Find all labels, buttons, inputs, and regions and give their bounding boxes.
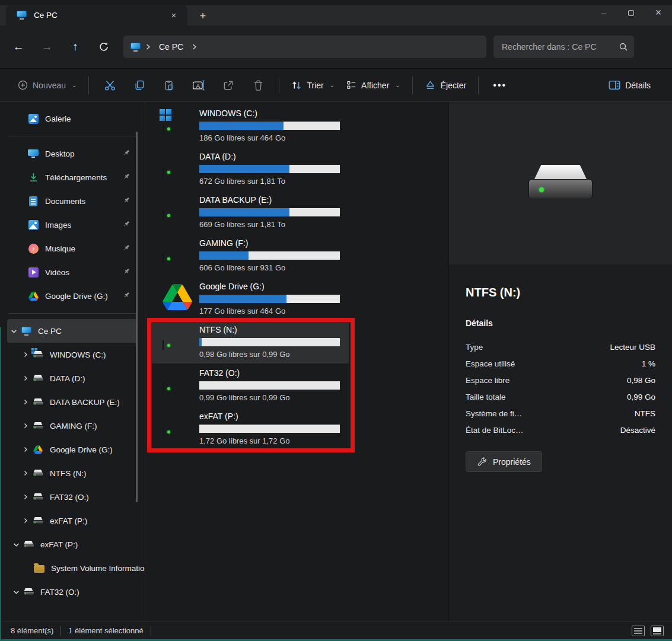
minimize-button[interactable]: – <box>590 1 617 25</box>
sidebar-item-google-drive[interactable]: Google Drive (G:) <box>0 284 145 308</box>
sidebar-item-data-backup-e[interactable]: DATA BACKUP (E:) <box>0 390 145 414</box>
music-icon: ♪ <box>28 244 39 254</box>
sort-button[interactable]: Trier ⌄ <box>285 75 340 95</box>
chevron-right-icon[interactable] <box>19 518 32 524</box>
new-tab-button[interactable]: + <box>195 8 211 24</box>
sidebar-item-images[interactable]: Images <box>0 213 145 237</box>
tab-ce-pc[interactable]: Ce PC × <box>6 5 187 25</box>
forward-button[interactable]: → <box>37 37 57 57</box>
downloads-icon <box>27 173 39 182</box>
drive-icon <box>33 422 44 430</box>
chevron-right-icon[interactable] <box>19 494 32 500</box>
details-row-used-space: Espace utilisé 1 % <box>466 355 655 372</box>
chevron-down-icon: ⌄ <box>330 82 335 88</box>
delete-button[interactable] <box>247 75 269 96</box>
share-button[interactable] <box>218 75 239 96</box>
eject-button[interactable]: Éjecter <box>419 75 473 95</box>
close-button[interactable]: × <box>645 1 672 25</box>
new-button[interactable]: Nouveau ⌄ <box>12 75 82 95</box>
sidebar-item-ntfs-n[interactable]: NTFS (N:) <box>0 461 145 485</box>
drive-row-gaming-f[interactable]: GAMING (F:) 606 Go libres sur 931 Go <box>146 238 448 282</box>
drive-caption: 186 Go libres sur 464 Go <box>199 133 285 142</box>
maximize-button[interactable] <box>617 1 645 25</box>
sidebar-item-gaming-f[interactable]: GAMING (F:) <box>0 414 145 438</box>
search-box[interactable]: Rechercher dans : Ce PC <box>493 36 634 58</box>
sidebar-item-label: System Volume Information <box>51 564 145 573</box>
content-area: Galerie Desktop Téléchargements Document… <box>0 102 672 621</box>
sidebar-item-label: Google Drive (G:) <box>50 445 113 454</box>
capacity-bar <box>199 208 340 216</box>
drive-row-data-d[interactable]: DATA (D:) 672 Go libres sur 1,81 To <box>146 152 448 195</box>
capacity-bar <box>199 295 340 303</box>
drive-icon <box>23 540 34 548</box>
desktop-icon <box>28 149 39 158</box>
drive-icon <box>23 588 34 596</box>
drive-name: DATA BACKUP (E:) <box>199 195 272 205</box>
sidebar-item-system-volume-information[interactable]: System Volume Information <box>0 556 145 580</box>
sidebar-item-documents[interactable]: Documents <box>0 189 145 213</box>
copy-button[interactable] <box>129 75 150 96</box>
sidebar-item-windows-c[interactable]: WINDOWS (C:) <box>0 343 145 366</box>
large-icons-view-button[interactable] <box>651 626 664 636</box>
sidebar-item-desktop[interactable]: Desktop <box>0 142 145 165</box>
drive-name: Google Drive (G:) <box>199 282 265 291</box>
sidebar-item-ce-pc[interactable]: Ce PC <box>7 319 138 343</box>
rename-button[interactable]: A <box>188 75 209 96</box>
chevron-right-icon[interactable] <box>19 447 32 452</box>
chevron-down-icon[interactable] <box>7 328 20 334</box>
selection-count: 1 élément sélectionné <box>68 626 143 635</box>
chevron-down-icon[interactable] <box>9 589 23 595</box>
chevron-right-icon[interactable] <box>19 352 32 358</box>
detail-value: 0,99 Go <box>627 393 655 401</box>
refresh-button[interactable] <box>94 37 114 57</box>
file-list: WINDOWS (C:) 186 Go libres sur 464 Go DA… <box>146 102 448 621</box>
sidebar-item-label: Téléchargements <box>45 173 107 182</box>
paste-button[interactable] <box>158 75 180 96</box>
chevron-right-icon[interactable] <box>19 470 32 476</box>
view-button[interactable]: Afficher ⌄ <box>340 75 406 95</box>
sidebar-item-galerie[interactable]: Galerie <box>0 107 145 130</box>
drive-row-windows-c[interactable]: WINDOWS (C:) 186 Go libres sur 464 Go <box>146 109 448 152</box>
sidebar-item-telechargements[interactable]: Téléchargements <box>0 165 145 189</box>
back-button[interactable]: ← <box>8 37 28 57</box>
chevron-down-icon[interactable] <box>9 541 23 548</box>
drive-row-data-backup-e[interactable]: DATA BACKUP (E:) 669 Go libres sur 1,81 … <box>146 195 448 238</box>
tab-close-icon[interactable]: × <box>166 8 181 23</box>
pin-icon <box>123 220 130 228</box>
this-pc-icon <box>21 327 31 336</box>
sidebar-item-fat32-o[interactable]: FAT32 (O:) <box>0 485 145 509</box>
sidebar-item-videos[interactable]: Vidéos <box>0 260 145 284</box>
properties-button[interactable]: Propriétés <box>466 451 542 472</box>
search-icon[interactable] <box>619 42 628 52</box>
drive-icon <box>33 469 44 477</box>
up-button[interactable]: ↑ <box>65 37 85 57</box>
detail-label: Système de fi… <box>466 409 522 418</box>
sidebar-scrollbar[interactable] <box>136 132 138 502</box>
chevron-right-icon[interactable] <box>19 399 32 405</box>
sidebar-item-exfat-p-expanded[interactable]: exFAT (P:) <box>0 532 145 556</box>
details-pane-button[interactable]: Détails <box>603 75 657 95</box>
sidebar-item-exfat-p[interactable]: exFAT (P:) <box>0 509 145 532</box>
videos-icon <box>28 267 39 278</box>
address-bar[interactable]: Ce PC <box>123 36 486 58</box>
chevron-right-icon[interactable] <box>19 423 32 429</box>
sidebar-item-fat32-o-expanded[interactable]: FAT32 (O:) <box>0 580 145 604</box>
sidebar-item-google-drive-g[interactable]: Google Drive (G:) <box>0 438 145 461</box>
breadcrumb-ce-pc[interactable]: Ce PC <box>155 41 187 53</box>
details-row-file-system: Système de fi… NTFS <box>466 405 655 422</box>
google-drive-icon <box>161 284 192 310</box>
detail-label: Espace utilisé <box>466 359 515 368</box>
drive-caption: 177 Go libres sur 464 Go <box>199 307 285 315</box>
sidebar-item-musique[interactable]: ♪ Musique <box>0 237 145 260</box>
details-pane: NTFS (N:) Détails Type Lecteur USB Espac… <box>448 102 672 621</box>
pin-icon <box>123 196 130 204</box>
more-options-button[interactable]: ••• <box>485 80 515 91</box>
sidebar-divider <box>8 136 136 136</box>
sidebar-item-data-d[interactable]: DATA (D:) <box>0 366 145 390</box>
cut-button[interactable] <box>99 75 120 96</box>
pin-icon <box>123 244 130 251</box>
details-view-button[interactable] <box>632 626 645 636</box>
drive-caption: 606 Go libres sur 931 Go <box>199 263 285 272</box>
chevron-right-icon[interactable] <box>19 375 32 381</box>
red-annotation-box <box>147 318 355 452</box>
